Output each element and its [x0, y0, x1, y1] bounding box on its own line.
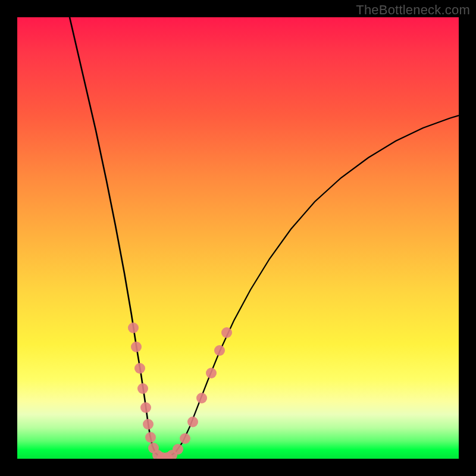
curve-right — [164, 115, 459, 457]
scatter-dot — [206, 368, 217, 378]
scatter-dot — [173, 444, 183, 455]
scatter-dot — [180, 433, 190, 444]
watermark-text: TheBottleneck.com — [356, 2, 470, 18]
curve-left — [70, 17, 164, 457]
scatter-dot — [196, 393, 207, 403]
outer-frame: TheBottleneck.com — [0, 0, 476, 476]
plot-area — [17, 17, 459, 459]
scatter-dot — [145, 432, 156, 443]
scatter-dot — [214, 345, 225, 356]
scatter-dot — [134, 363, 145, 374]
scatter-dot — [131, 342, 142, 352]
scatter-dot — [143, 419, 154, 430]
scatter-dots — [128, 322, 232, 459]
scatter-dot — [221, 327, 232, 338]
scatter-dot — [187, 416, 198, 427]
scatter-dot — [140, 402, 151, 413]
scatter-dot — [137, 383, 148, 394]
scatter-dot — [128, 322, 139, 333]
chart-svg — [17, 17, 459, 459]
